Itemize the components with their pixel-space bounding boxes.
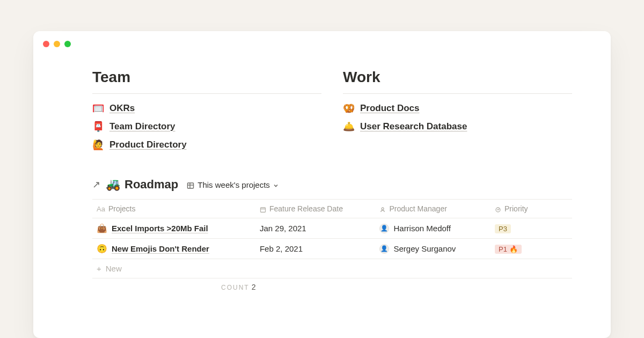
link-label: User Research Database — [360, 121, 467, 132]
minimize-icon[interactable] — [54, 41, 60, 47]
tractor-icon: 🚜 — [106, 178, 120, 192]
project-name[interactable]: New Emojis Don't Render — [112, 244, 209, 253]
text-icon: Aa — [97, 205, 105, 213]
col-release-date[interactable]: Feature Release Date — [255, 200, 376, 218]
bell-icon: 🛎️ — [343, 121, 355, 133]
work-heading: Work — [343, 69, 572, 86]
divider — [92, 93, 321, 94]
pretzel-icon: 🥨 — [343, 102, 355, 114]
app-window: Team 🥅 OKRs 📮 Team Directory 🙋 Product D… — [33, 31, 611, 338]
team-section: Team 🥅 OKRs 📮 Team Directory 🙋 Product D… — [92, 69, 321, 154]
upside-down-face-icon: 🙃 — [97, 244, 107, 254]
roadmap-block: ↗ 🚜 Roadmap This week's projects — [92, 178, 572, 291]
person-icon — [379, 205, 386, 213]
work-link-product-docs[interactable]: 🥨 Product Docs — [343, 99, 572, 117]
handbag-icon: 👜 — [97, 223, 107, 233]
tag-icon — [495, 205, 501, 213]
priority-badge[interactable]: P3 — [495, 224, 511, 233]
link-label: Team Directory — [109, 121, 175, 132]
close-icon[interactable] — [43, 41, 49, 47]
priority-badge[interactable]: P1 🔥 — [495, 245, 522, 254]
avatar: 👤 — [379, 224, 389, 233]
link-label: Product Docs — [360, 103, 420, 114]
view-label: This week's projects — [197, 180, 270, 189]
avatar: 👤 — [379, 244, 389, 254]
view-selector[interactable]: This week's projects — [187, 180, 279, 189]
col-product-manager[interactable]: Product Manager — [375, 200, 491, 218]
new-row-button[interactable]: +New — [92, 259, 572, 278]
calendar-icon — [260, 205, 266, 213]
team-link-directory[interactable]: 📮 Team Directory — [92, 117, 321, 136]
col-priority[interactable]: Priority — [491, 200, 572, 218]
project-name[interactable]: Excel Imports >20Mb Fail — [112, 224, 208, 233]
svg-rect-3 — [260, 208, 265, 212]
chevron-down-icon — [273, 180, 279, 189]
work-link-user-research[interactable]: 🛎️ User Research Database — [343, 117, 572, 136]
table-footer: COUNT2 — [92, 278, 572, 291]
svg-rect-0 — [188, 183, 194, 188]
team-link-product-directory[interactable]: 🙋 Product Directory — [92, 136, 321, 154]
team-link-okrs[interactable]: 🥅 OKRs — [92, 99, 321, 117]
table-row[interactable]: 👜 Excel Imports >20Mb Fail Jan 29, 2021 … — [92, 218, 572, 239]
plus-icon: + — [97, 264, 101, 273]
roadmap-title-text: Roadmap — [125, 178, 178, 192]
goal-net-icon: 🥅 — [92, 102, 104, 114]
roadmap-table: AaProjects Feature Release Date Product … — [92, 199, 572, 278]
pm-cell[interactable]: 👤 Sergey Surganov — [379, 244, 486, 254]
divider — [343, 93, 572, 94]
link-label: Product Directory — [109, 139, 187, 150]
person-raising-hand-icon: 🙋 — [92, 139, 104, 151]
pm-name: Sergey Surganov — [393, 244, 456, 253]
pm-name: Harrison Medoff — [393, 224, 450, 233]
work-section: Work 🥨 Product Docs 🛎️ User Research Dat… — [343, 69, 572, 154]
team-heading: Team — [92, 69, 321, 86]
window-traffic-lights — [43, 41, 71, 47]
svg-point-5 — [382, 208, 384, 210]
link-label: OKRs — [109, 103, 135, 114]
release-date-cell[interactable]: Feb 2, 2021 — [255, 239, 376, 259]
col-projects[interactable]: AaProjects — [92, 200, 255, 218]
table-row[interactable]: 🙃 New Emojis Don't Render Feb 2, 2021 👤 … — [92, 239, 572, 259]
postbox-icon: 📮 — [92, 121, 104, 133]
table-icon — [187, 180, 194, 189]
page-content: Team 🥅 OKRs 📮 Team Directory 🙋 Product D… — [92, 69, 572, 291]
pm-cell[interactable]: 👤 Harrison Medoff — [379, 224, 486, 233]
release-date-cell[interactable]: Jan 29, 2021 — [255, 218, 376, 239]
maximize-icon[interactable] — [64, 41, 71, 47]
count-summary: COUNT2 — [221, 283, 255, 291]
link-arrow-icon: ↗ — [92, 179, 100, 190]
roadmap-title[interactable]: 🚜 Roadmap — [106, 178, 178, 192]
